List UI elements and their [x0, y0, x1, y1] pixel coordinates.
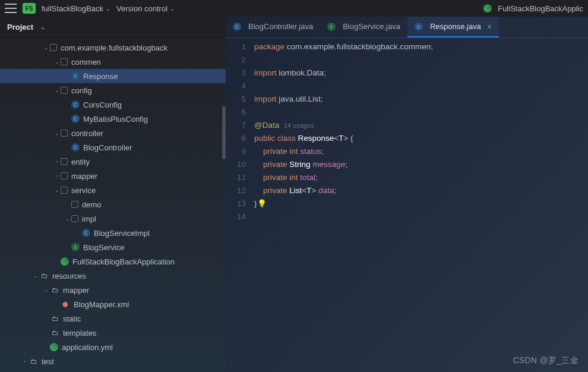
- editor-tab[interactable]: CBlogController.java: [226, 17, 320, 37]
- chevron-down-icon: ⌄: [40, 24, 45, 30]
- editor-tab[interactable]: IBlogService.java: [320, 17, 407, 37]
- tree-node[interactable]: 🗀static: [0, 311, 226, 326]
- line-number: 5: [226, 93, 246, 106]
- line-number: 14: [226, 210, 246, 223]
- tree-node-label: static: [63, 314, 81, 323]
- tree-node[interactable]: CBlogController: [0, 140, 226, 155]
- tree-node[interactable]: CResponse: [0, 69, 226, 83]
- tree-node[interactable]: ⌄🗀resources: [0, 269, 226, 283]
- package-icon: [61, 187, 68, 194]
- code-line[interactable]: [254, 210, 588, 223]
- tree-node[interactable]: ⌄🗀mapper: [0, 283, 226, 297]
- code-area[interactable]: 1234567891011121314 package com.example.…: [226, 38, 588, 223]
- tab-label: Response.java: [430, 22, 481, 31]
- tree-node[interactable]: CCorsConfig: [0, 97, 226, 112]
- tree-node-label: CorsConfig: [83, 100, 122, 109]
- line-number: 11: [226, 171, 246, 184]
- code-line[interactable]: import java.util.List;: [254, 93, 588, 106]
- tree-node[interactable]: ⌄config: [0, 83, 226, 97]
- chevron-down-icon[interactable]: ⌄: [64, 216, 71, 222]
- editor-tab[interactable]: CResponse.java×: [407, 17, 499, 37]
- tree-node-label: demo: [82, 200, 102, 209]
- close-icon[interactable]: ×: [487, 22, 492, 31]
- tree-node[interactable]: IBlogService: [0, 240, 226, 254]
- chevron-right-icon[interactable]: ›: [53, 159, 61, 165]
- tree-node-label: impl: [82, 215, 96, 223]
- tree-node[interactable]: ›🗀test: [0, 354, 226, 368]
- class-icon: C: [71, 115, 80, 123]
- class-icon: C: [82, 229, 90, 237]
- code-line[interactable]: private List<T> data;: [254, 184, 588, 197]
- line-number: 6: [226, 106, 246, 119]
- tree-node-label: Response: [83, 72, 118, 81]
- class-icon: C: [71, 100, 80, 109]
- tree-node-label: BlogServiceImpl: [94, 229, 150, 238]
- line-number: 2: [226, 53, 246, 67]
- chevron-down-icon[interactable]: ⌄: [53, 130, 61, 136]
- run-icon: [61, 257, 69, 266]
- chevron-down-icon: ⌄: [106, 5, 110, 12]
- code-content[interactable]: package com.example.fullstackblogback.co…: [254, 40, 588, 223]
- tree-node[interactable]: CBlogServiceImpl: [0, 226, 226, 240]
- project-dropdown[interactable]: fullStackBlogBack⌄: [42, 4, 110, 13]
- chevron-right-icon[interactable]: ›: [53, 173, 61, 179]
- chevron-down-icon[interactable]: ⌄: [32, 273, 39, 279]
- tree-node[interactable]: FullStackBlogBackApplication: [0, 254, 226, 269]
- run-icon: [50, 343, 58, 351]
- package-icon: [61, 87, 68, 94]
- tree-node[interactable]: ›mapper: [0, 169, 226, 183]
- chevron-right-icon[interactable]: ›: [21, 358, 29, 364]
- tree-node-label: commen: [71, 58, 101, 67]
- editor-pane: CBlogController.javaIBlogService.javaCRe…: [226, 17, 588, 372]
- project-sidebar: Project ⌄ ⌄com.example.fullstackblogback…: [0, 17, 226, 372]
- run-configuration[interactable]: FullStackBlogBackApplic: [483, 4, 583, 13]
- class-icon: C: [415, 23, 423, 31]
- code-line[interactable]: private int total;: [254, 171, 588, 184]
- tree-node-label: service: [71, 186, 96, 195]
- code-line[interactable]: }💡: [254, 197, 588, 210]
- tree-node[interactable]: ⌄controller: [0, 126, 226, 140]
- xml-icon: ⬢: [61, 300, 70, 309]
- code-line[interactable]: public class Response<T> {: [254, 132, 588, 145]
- project-badge: FS: [23, 3, 36, 14]
- package-icon: [61, 130, 68, 137]
- tree-node-label: mapper: [63, 286, 89, 295]
- menu-icon[interactable]: [5, 4, 17, 13]
- package-icon: [71, 215, 78, 222]
- tree-node[interactable]: CMyBatisPlusConfig: [0, 112, 226, 126]
- chevron-down-icon[interactable]: ⌄: [53, 59, 61, 65]
- chevron-down-icon[interactable]: ⌄: [53, 187, 61, 193]
- code-line[interactable]: @Data 14 usages: [254, 119, 588, 132]
- vcs-dropdown[interactable]: Version control⌄: [116, 4, 175, 13]
- code-line[interactable]: private String message;: [254, 158, 588, 171]
- tree-node[interactable]: ⌄impl: [0, 212, 226, 226]
- chevron-down-icon[interactable]: ⌄: [53, 87, 61, 93]
- tree-node[interactable]: application.yml: [0, 340, 226, 354]
- chevron-down-icon[interactable]: ⌄: [43, 287, 50, 293]
- tree-node[interactable]: ⌄com.example.fullstackblogback: [0, 40, 226, 55]
- code-line[interactable]: [254, 106, 588, 119]
- chevron-down-icon[interactable]: ⌄: [43, 45, 50, 51]
- gutter: 1234567891011121314: [226, 40, 254, 223]
- project-tool-header[interactable]: Project ⌄: [0, 17, 226, 38]
- code-line[interactable]: [254, 80, 588, 93]
- tree-node-label: config: [71, 86, 92, 95]
- tree-node[interactable]: ›entity: [0, 155, 226, 169]
- tree-node[interactable]: ⌄commen: [0, 55, 226, 69]
- code-line[interactable]: import lombok.Data;: [254, 67, 588, 80]
- tree-node[interactable]: demo: [0, 197, 226, 212]
- class-icon: C: [71, 72, 80, 80]
- code-line[interactable]: package com.example.fullstackblogback.co…: [254, 40, 588, 53]
- line-number: 9: [226, 145, 246, 158]
- top-bar: FS fullStackBlogBack⌄ Version control⌄ F…: [0, 0, 588, 17]
- code-line[interactable]: private int status;: [254, 145, 588, 158]
- class-icon: C: [71, 143, 80, 152]
- tree-node[interactable]: ⬢BlogMapper.xml: [0, 297, 226, 311]
- code-line[interactable]: [254, 53, 588, 67]
- tree-node[interactable]: ⌄service: [0, 183, 226, 197]
- package-icon: [71, 201, 78, 208]
- project-tool-title: Project: [7, 23, 33, 31]
- tree-node[interactable]: 🗀templates: [0, 326, 226, 340]
- tree-node-label: controller: [71, 129, 103, 138]
- tree-node-label: FullStackBlogBackApplication: [72, 257, 175, 266]
